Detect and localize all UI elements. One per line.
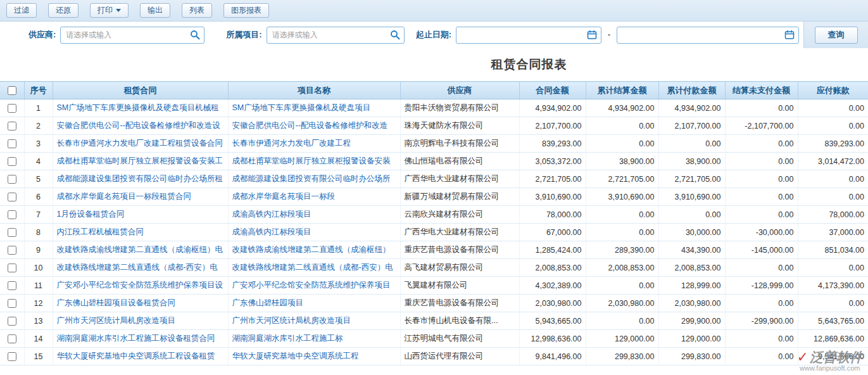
project-link[interactable]: 成都能源建设集团投资有限公司临时办公场所 xyxy=(232,174,391,183)
row-checkbox[interactable] xyxy=(8,299,16,308)
unpaid-amount: 0.00 xyxy=(725,188,798,206)
settled-amount: 38,900.00 xyxy=(586,153,658,170)
row-checkbox[interactable] xyxy=(8,157,16,166)
table-row: 5成都能源建设集团投资有限公司临时办公场所租成都能源建设集团投资有限公司临时办公… xyxy=(0,170,868,188)
project-link[interactable]: 安徽合肥供电公司--配电设备检修维护和改造 xyxy=(232,121,388,130)
project-search-input[interactable] xyxy=(267,27,405,44)
settled-amount: 299,830.00 xyxy=(586,348,658,365)
table-row: 9改建铁路成渝线增建第二直通线（成渝枢纽）电改建铁路成渝线增建第二直通线（成渝枢… xyxy=(0,241,868,259)
select-all-checkbox[interactable] xyxy=(8,86,16,95)
list-view-button[interactable]: 列表 xyxy=(182,3,212,18)
paid-amount: 128,999.00 xyxy=(658,277,725,295)
project-link-cell: 湖南洞庭湖水库引水工程施工标 xyxy=(228,330,400,348)
project-link-cell: 成都水岸华庭名苑项目一标段 xyxy=(228,188,400,206)
row-index: 11 xyxy=(24,277,53,295)
contract-link[interactable]: 改建铁路线增建第二线直通线（成都-西安）电 xyxy=(57,263,218,272)
row-checkbox[interactable] xyxy=(8,210,16,219)
project-link[interactable]: 湖南洞庭湖水库引水工程施工标 xyxy=(232,334,343,343)
project-link[interactable]: 长春市伊通河水力发电厂改建工程 xyxy=(232,139,351,148)
date-from-input[interactable] xyxy=(456,27,601,44)
row-checkbox[interactable] xyxy=(8,175,16,184)
row-checkbox[interactable] xyxy=(8,193,16,201)
calendar-icon[interactable] xyxy=(587,30,597,40)
contract-link[interactable]: 成都杜甫草堂临时展厅独立展柜报警设备安装工 xyxy=(57,156,223,165)
settled-amount: 0.00 xyxy=(586,206,658,224)
row-checkbox[interactable] xyxy=(8,104,16,113)
project-link[interactable]: 成渝高铁内江标段项目 xyxy=(232,227,311,236)
filter-button[interactable]: 过滤 xyxy=(6,3,37,18)
row-checkbox[interactable] xyxy=(8,264,16,272)
supplier-search-input[interactable] xyxy=(60,27,204,44)
restore-button[interactable]: 还原 xyxy=(48,3,79,18)
contract-link[interactable]: 广安邓小平纪念馆安全防范系统维护保养项目设 xyxy=(57,281,223,289)
query-button[interactable]: 查询 xyxy=(815,27,858,44)
table-header-row: 序号 租赁合同 项目名称 供应商 合同金额 累计结算金额 累计付款金额 结算未支… xyxy=(0,82,868,99)
contract-link[interactable]: 安徽合肥供电公司--配电设备检修维护和改造设 xyxy=(57,121,220,130)
contract-link[interactable]: 长春市伊通河水力发电厂改建工程租赁设备合同 xyxy=(57,139,223,148)
project-link[interactable]: 广东佛山碧桂园项目 xyxy=(232,298,304,307)
row-checkbox[interactable] xyxy=(8,317,16,326)
row-checkbox[interactable] xyxy=(8,246,16,255)
project-link[interactable]: 成都杜甫草堂临时展厅独立展柜报警设备安装 xyxy=(232,156,391,165)
contract-link[interactable]: 成都能源建设集团投资有限公司临时办公场所租 xyxy=(57,174,223,183)
contract-link[interactable]: 成都水岸华庭名苑项目一标段租赁合同 xyxy=(57,192,192,201)
list-view-button-label: 列表 xyxy=(189,5,204,16)
project-link[interactable]: SM广场地下车库更换摄像机及硬盘项目 xyxy=(232,103,371,112)
supplier-name: 珠海天健防水有限公司 xyxy=(400,117,519,135)
contract-link[interactable]: 湖南洞庭湖水库引水工程施工标设备租赁合同 xyxy=(57,334,215,343)
project-link[interactable]: 成都水岸华庭名苑项目一标段 xyxy=(232,192,336,201)
row-checkbox-cell xyxy=(0,241,24,259)
row-checkbox[interactable] xyxy=(8,228,16,237)
export-button[interactable]: 输出 xyxy=(140,3,170,18)
contract-amount: 1,285,424.00 xyxy=(519,241,586,259)
chart-report-button[interactable]: 图形报表 xyxy=(223,3,269,18)
contract-link[interactable]: 内江段工程机械租赁合同 xyxy=(57,227,144,236)
contract-link-cell: 内江段工程机械租赁合同 xyxy=(53,224,228,241)
row-checkbox[interactable] xyxy=(8,122,16,130)
contract-link[interactable]: 华软大厦研究基地中央空调系统工程设备租赁 xyxy=(57,352,215,360)
unpaid-amount: -299,900.00 xyxy=(725,312,798,330)
row-checkbox[interactable] xyxy=(8,281,16,290)
project-link[interactable]: 改建铁路线增建第二线直通线（成都-西安）电 xyxy=(232,263,393,272)
unpaid-amount: 0.00 xyxy=(725,348,798,365)
project-link[interactable]: 成渝高铁内江标段项目 xyxy=(232,210,311,219)
contract-link[interactable]: 广东佛山碧桂园项目设备租赁合同 xyxy=(57,298,176,307)
contract-link-cell: 成都水岸华庭名苑项目一标段租赁合同 xyxy=(53,188,228,206)
contract-link[interactable]: 广州市天河区统计局机房改造项目 xyxy=(57,316,176,325)
row-checkbox[interactable] xyxy=(8,334,16,343)
supplier-name: 新疆万域建材贸易有限公司 xyxy=(400,188,519,206)
project-link-cell: 成都能源建设集团投资有限公司临时办公场所 xyxy=(228,170,400,188)
page-title: 租赁合同报表 xyxy=(491,56,567,73)
search-icon[interactable] xyxy=(390,30,400,40)
calendar-icon[interactable] xyxy=(784,30,795,40)
table-row: 1SM广场地下车库更换摄像机及硬盘项目机械租SM广场地下车库更换摄像机及硬盘项目… xyxy=(0,99,868,117)
row-checkbox[interactable] xyxy=(8,352,16,361)
contract-amount: 78,000.00 xyxy=(519,206,586,224)
contract-link[interactable]: 1月份设备租赁合同 xyxy=(57,210,125,219)
paid-amount: 38,900.00 xyxy=(658,153,725,170)
contract-link[interactable]: SM广场地下车库更换摄像机及硬盘项目机械租 xyxy=(57,103,219,112)
supplier-name: 佛山恒瑞电器有限公司 xyxy=(400,153,519,170)
filter-bar: 供应商: 所属项目: 起止日期: - xyxy=(0,22,868,48)
print-button[interactable]: 打印 xyxy=(90,3,129,18)
row-index: 14 xyxy=(24,330,53,348)
col-header-contract: 租赁合同 xyxy=(53,82,228,99)
contract-link-cell: 改建铁路线增建第二线直通线（成都-西安）电 xyxy=(53,259,228,277)
project-link[interactable]: 改建铁路成渝线增建第二直通线（成渝枢纽） xyxy=(232,245,391,254)
contract-link-cell: 广东佛山碧桂园项目设备租赁合同 xyxy=(53,295,228,312)
project-link[interactable]: 广州市天河区统计局机房改造项目 xyxy=(232,316,351,325)
row-index: 8 xyxy=(24,224,53,241)
row-index: 12 xyxy=(24,295,53,312)
search-icon[interactable] xyxy=(190,30,200,40)
supplier-name: 高飞建材贸易有限公司 xyxy=(400,259,519,277)
contract-link[interactable]: 改建铁路成渝线增建第二直通线（成渝枢纽）电 xyxy=(57,245,223,254)
row-index: 7 xyxy=(24,206,53,224)
unpaid-amount: -128,999.00 xyxy=(725,277,798,295)
date-to-input[interactable] xyxy=(617,27,799,44)
payable-amount: 78,000.00 xyxy=(798,206,868,224)
project-link[interactable]: 广安邓小平纪念馆安全防范系统维护保养项目 xyxy=(232,281,391,289)
row-checkbox[interactable] xyxy=(8,139,16,148)
project-link[interactable]: 华软大厦研究基地中央空调系统工程 xyxy=(232,352,359,360)
payable-amount: 9,541,666.00 xyxy=(798,348,868,365)
payable-amount: 5,643,765.00 xyxy=(798,312,868,330)
